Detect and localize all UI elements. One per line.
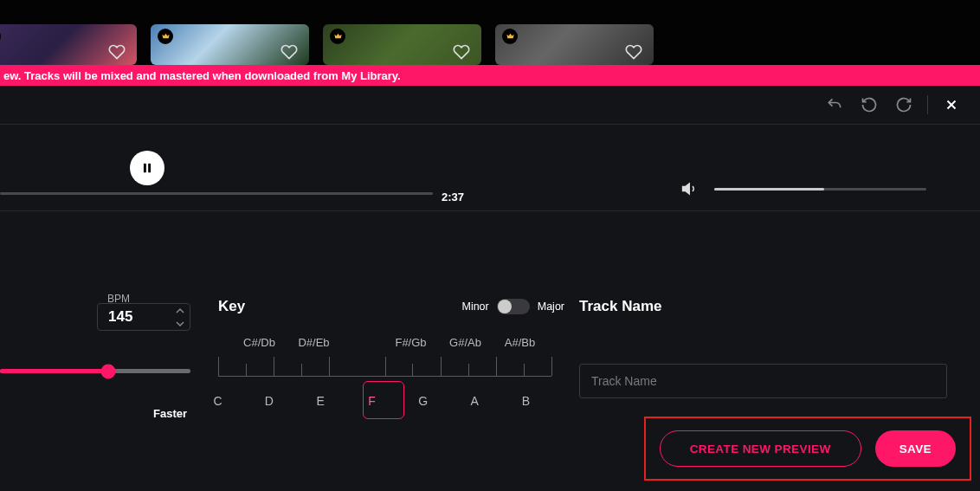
key-sharp[interactable]: D#/Eb	[287, 336, 341, 349]
playlist-card[interactable]	[151, 24, 309, 65]
svg-rect-3	[148, 164, 151, 173]
save-button[interactable]: SAVE	[875, 430, 956, 467]
key-sharp[interactable]: C#/Db	[232, 336, 287, 349]
editor-panel: BPM 145 Faster Key Minor	[0, 211, 980, 491]
seek-bar[interactable]	[0, 192, 433, 195]
redo-icon[interactable]	[893, 94, 915, 116]
editor-top-bar	[0, 86, 980, 125]
bpm-value: 145	[98, 308, 171, 326]
action-buttons: CREATE NEW PREVIEW SAVE	[644, 417, 971, 481]
key-note[interactable]: G	[397, 394, 448, 408]
volume-fill	[714, 188, 824, 191]
key-scale: C#/Db D#/Eb F#/Gb G#/Ab A#/Bb C D E F	[218, 336, 551, 408]
key-note[interactable]: B	[500, 394, 551, 408]
playlist-card[interactable]	[0, 24, 137, 65]
history-back-icon[interactable]	[823, 94, 846, 116]
playlist-card[interactable]	[495, 24, 654, 65]
volume-slider[interactable]	[714, 188, 926, 191]
bpm-faster-label: Faster	[153, 407, 187, 420]
info-banner: ew. Tracks will be mixed and mastered wh…	[0, 65, 980, 86]
track-name-group: Track Name	[579, 298, 947, 398]
bpm-down-icon[interactable]	[171, 317, 190, 330]
undo-icon[interactable]	[858, 94, 880, 116]
key-note[interactable]: C	[192, 394, 243, 408]
heart-icon[interactable]	[107, 43, 126, 61]
svg-rect-2	[144, 164, 146, 173]
mode-major-label: Major	[538, 300, 564, 313]
create-preview-button[interactable]: CREATE NEW PREVIEW	[660, 430, 861, 467]
key-note-selected[interactable]: F	[346, 394, 397, 408]
key-ticks	[218, 356, 551, 377]
bpm-stepper	[171, 304, 190, 330]
volume-icon[interactable]	[681, 180, 699, 197]
heart-icon[interactable]	[280, 43, 299, 61]
playlist-card[interactable]	[323, 24, 481, 65]
key-note[interactable]: E	[295, 394, 346, 408]
heart-icon[interactable]	[624, 43, 643, 61]
close-icon[interactable]	[940, 94, 963, 116]
track-name-label: Track Name	[579, 298, 947, 315]
heart-icon[interactable]	[452, 43, 471, 61]
crown-badge	[330, 29, 345, 44]
track-name-input[interactable]	[579, 364, 947, 398]
pause-button[interactable]	[130, 151, 164, 185]
player: 2:37	[0, 125, 980, 211]
bpm-input[interactable]: 145	[97, 303, 190, 331]
bpm-slider-fill	[0, 369, 108, 373]
crown-badge	[158, 29, 173, 44]
mode-minor-label: Minor	[461, 300, 488, 313]
key-label: Key	[218, 298, 245, 315]
playlist-cards	[0, 24, 654, 65]
bpm-slider[interactable]	[0, 369, 190, 373]
banner-text: ew. Tracks will be mixed and mastered wh…	[3, 69, 401, 82]
mode-toggle[interactable]	[497, 299, 530, 314]
bpm-slider-thumb[interactable]	[101, 364, 116, 378]
key-control: Key Minor Major	[218, 298, 564, 315]
key-naturals-row: C D E F G A B	[192, 394, 551, 408]
bpm-up-icon[interactable]	[171, 304, 190, 317]
crown-badge	[502, 29, 518, 44]
key-mode-toggle: Minor Major	[461, 299, 564, 314]
key-sharp[interactable]: A#/Bb	[493, 336, 547, 349]
key-sharp[interactable]: F#/Gb	[384, 336, 438, 349]
key-sharps-row: C#/Db D#/Eb F#/Gb G#/Ab A#/Bb	[218, 336, 551, 349]
toggle-thumb	[498, 300, 512, 313]
key-sharp[interactable]: G#/Ab	[438, 336, 493, 349]
volume-control	[681, 180, 926, 197]
bpm-control: BPM 145	[97, 293, 190, 331]
time-current: 2:37	[442, 191, 464, 204]
key-note[interactable]: D	[243, 394, 294, 408]
svg-marker-4	[683, 184, 690, 194]
divider	[927, 95, 928, 114]
crown-badge	[0, 29, 1, 44]
key-note[interactable]: A	[448, 394, 500, 408]
